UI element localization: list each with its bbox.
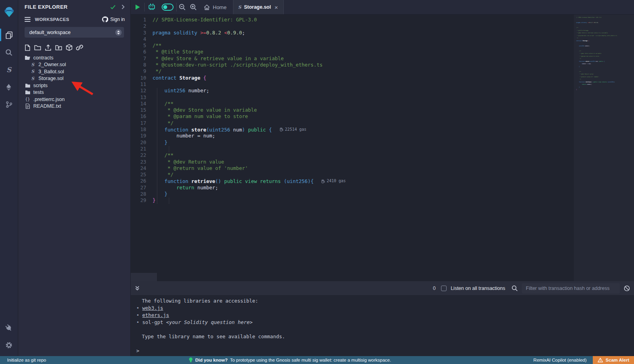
line-number: 24	[131, 165, 153, 172]
listen-checkbox[interactable]	[441, 286, 447, 291]
terminal-output[interactable]: The following libraries are accessible:•…	[131, 295, 634, 356]
solidity-icon: S	[30, 76, 36, 81]
code-line-8: * @custom:dev-run-script ./scripts/deplo…	[576, 34, 617, 37]
new-folder-icon[interactable]	[34, 44, 41, 51]
home-icon	[204, 4, 210, 10]
sidebar-item-file-explorer[interactable]	[0, 26, 18, 44]
folder-icon	[25, 83, 31, 88]
code-line-8: 8 * @custom:dev-run-script ./scripts/dep…	[131, 62, 346, 68]
run-script-button[interactable]	[131, 0, 144, 14]
tree-item-label: Storage.sol	[38, 76, 63, 81]
link-icon[interactable]	[76, 44, 83, 51]
check-icon	[110, 5, 116, 10]
status-bar: Initialize as git repo Did you know? To …	[0, 356, 634, 364]
line-number: 8	[131, 62, 153, 68]
sidebar-item-solidity-compiler[interactable]: S	[0, 61, 18, 78]
code-line-16: 16 * @param num value to store	[131, 113, 346, 120]
code-line-18: 18 function store(uint256 num) public {2…	[131, 126, 346, 133]
close-icon[interactable]: ×	[274, 4, 279, 11]
tree-item-label: 3_Ballot.sol	[38, 69, 64, 74]
cube-icon[interactable]	[66, 44, 73, 51]
copilot-status[interactable]: RemixAI Copilot (enabled)	[533, 358, 586, 362]
transaction-filter-input[interactable]	[522, 283, 620, 293]
code-line-5: 5/**	[131, 42, 346, 49]
code-line-20: 20 }	[131, 139, 346, 146]
tree-item-2-owner-sol[interactable]: S2_Owner.sol	[18, 61, 130, 69]
code-line-11: 11	[131, 81, 346, 88]
scam-alert-button[interactable]: Scam Alert	[593, 356, 634, 364]
remix-logo[interactable]	[0, 3, 18, 21]
code-editor[interactable]: 1// SPDX-License-Identifier: GPL-3.023pr…	[131, 15, 634, 281]
activity-bar: S	[0, 0, 18, 356]
tree-item-readme-txt[interactable]: README.txt	[18, 103, 130, 110]
tree-item-label: scripts	[33, 83, 48, 88]
workspaces-menu-icon[interactable]	[25, 17, 31, 22]
tree-item-contracts[interactable]: contracts	[18, 54, 130, 61]
code-line-25: 25 */	[131, 172, 346, 178]
sidebar-item-search[interactable]	[0, 44, 18, 61]
library-link[interactable]: ethers.js	[142, 312, 169, 318]
file-explorer-panel: FILE EXPLORER WORKSPACES Sign in default…	[18, 0, 131, 356]
code-line-4: 4	[131, 36, 346, 42]
line-number: 4	[131, 36, 153, 42]
code-line-3: 3pragma solidity >=0.8.2 <0.9.0;	[131, 30, 346, 36]
tab-storage-sol[interactable]: S Storage.sol ×	[233, 0, 284, 14]
tree-item-label: tests	[33, 90, 44, 95]
line-number: 9	[131, 68, 153, 74]
github-icon	[102, 16, 108, 22]
line-number: 21	[131, 146, 153, 152]
settings-gear-icon[interactable]	[0, 336, 18, 354]
copilot-toggle[interactable]	[159, 0, 176, 14]
init-git-repo-button[interactable]: Initialize as git repo	[0, 358, 46, 362]
code-line-29: 29}	[131, 197, 346, 204]
code-line-21: 21	[131, 146, 346, 152]
line-number: 17	[131, 120, 153, 126]
tree-item-tests[interactable]: tests	[18, 89, 130, 96]
remixai-robot-icon[interactable]	[145, 0, 159, 14]
line-number: 29	[131, 197, 153, 204]
ban-icon[interactable]	[624, 285, 630, 292]
solidity-icon: S	[30, 63, 36, 67]
solidity-icon: S	[30, 69, 36, 74]
line-number: 18	[131, 126, 153, 133]
code-lines: 1// SPDX-License-Identifier: GPL-3.023pr…	[131, 17, 346, 204]
tree-item-label: README.txt	[33, 103, 61, 109]
tree-item-3-ballot-sol[interactable]: S3_Ballot.sol	[18, 68, 130, 75]
braces-icon: {}	[25, 97, 31, 101]
plugin-manager-icon[interactable]	[0, 319, 18, 336]
new-file-icon[interactable]	[25, 44, 31, 51]
code-line-12: 12 uint256 number;	[131, 88, 346, 94]
code-line-15: 15 * @dev Store value in variable	[131, 107, 346, 113]
upload-file-icon[interactable]	[45, 44, 52, 51]
gas-estimate-badge: 22514 gas	[280, 126, 306, 133]
github-signin-button[interactable]: Sign in	[102, 16, 125, 22]
code-line-19: 19 number = num;	[131, 133, 346, 139]
code-line-6: 6 * @title Storage	[131, 49, 346, 55]
terminal-header: 0 Listen on all transactions	[131, 281, 634, 295]
tree-item-storage-sol[interactable]: SStorage.sol	[18, 75, 130, 82]
tab-home[interactable]: Home	[199, 0, 233, 14]
sidebar-item-git[interactable]	[0, 96, 18, 113]
library-link[interactable]: web3.js	[142, 305, 163, 311]
line-number: 19	[131, 133, 153, 139]
folder-open-icon	[25, 55, 31, 60]
file-explorer-toolbar	[18, 38, 130, 53]
line-number: 2	[131, 23, 153, 29]
chevron-right-icon[interactable]	[121, 4, 125, 10]
workspace-select[interactable]: default_workspace	[25, 27, 124, 38]
tree-item--prettierrc-json[interactable]: {}.prettierrc.json	[18, 96, 130, 103]
terminal-prompt: >	[136, 348, 139, 354]
sidebar-item-deploy-run[interactable]	[0, 78, 18, 96]
panel-title: FILE EXPLORER	[25, 4, 68, 10]
upload-folder-icon[interactable]	[55, 44, 62, 51]
listen-label: Listen on all transactions	[451, 286, 505, 291]
horizontal-scrollbar[interactable]	[131, 273, 157, 281]
zoom-out-icon[interactable]	[177, 0, 188, 14]
line-number: 28	[131, 191, 153, 197]
tree-item-scripts[interactable]: scripts	[18, 82, 130, 89]
terminal-collapse-icon[interactable]	[135, 286, 140, 291]
code-line-10: 10contract Storage {	[131, 75, 346, 81]
tree-item-label: contracts	[33, 55, 53, 61]
minimap[interactable]: // SPDX-License-Identifier: GPL-3.0pragm…	[576, 16, 617, 91]
zoom-in-icon[interactable]	[188, 0, 199, 14]
